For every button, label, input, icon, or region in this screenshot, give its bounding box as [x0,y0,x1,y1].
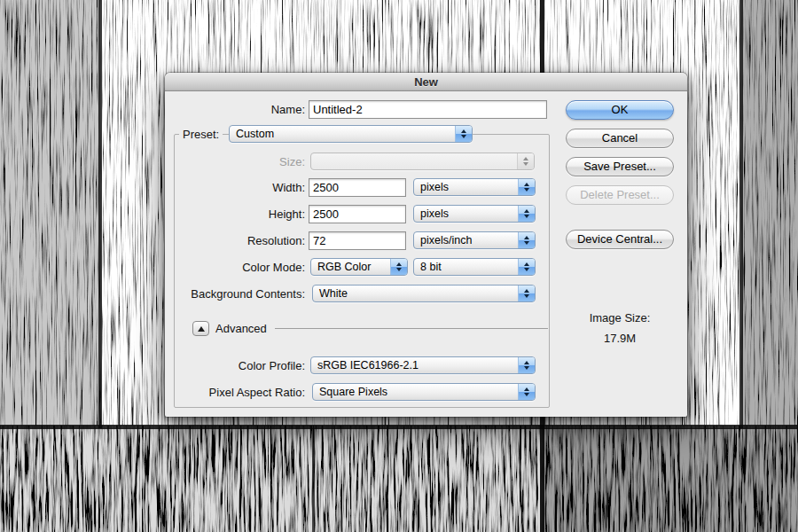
name-input[interactable] [309,100,547,119]
ok-button[interactable]: OK [566,100,674,120]
stepper-icon [518,384,535,400]
stepper-icon [518,179,535,195]
color-profile-label: Color Profile: [177,356,305,375]
bit-depth-value: 8 bit [414,259,518,275]
size-dropdown [310,153,535,170]
dialog-titlebar[interactable]: New [165,73,687,91]
width-input[interactable] [309,178,406,197]
advanced-divider [275,328,548,329]
stepper-icon [517,153,534,169]
desktop: New Name: Preset: Custom Size: Width: pi… [0,0,798,532]
stepper-icon [390,259,407,275]
color-mode-value: RGB Color [311,259,390,275]
color-profile-dropdown[interactable]: sRGB IEC61966-2.1 [310,356,536,374]
triangle-up-icon [198,326,205,332]
stepper-icon [518,286,535,301]
name-label: Name: [177,100,305,119]
pixel-aspect-ratio-dropdown[interactable]: Square Pixels [312,383,536,401]
delete-preset-button: Delete Preset... [566,185,674,205]
color-profile-value: sRGB IEC61966-2.1 [311,357,518,373]
height-input[interactable] [309,205,406,223]
width-unit-value: pixels [414,179,518,195]
stepper-icon [518,259,535,275]
bit-depth-dropdown[interactable]: 8 bit [413,258,536,276]
size-value [311,153,517,169]
resolution-input[interactable] [309,231,406,250]
background-contents-dropdown[interactable]: White [312,285,536,302]
dialog-title: New [414,75,438,89]
save-preset-button[interactable]: Save Preset... [566,157,674,176]
color-mode-dropdown[interactable]: RGB Color [310,258,408,276]
background-contents-label: Background Contents: [177,285,305,303]
preset-dropdown[interactable]: Custom [229,125,473,143]
height-unit-dropdown[interactable]: pixels [413,205,536,223]
resolution-unit-value: pixels/inch [414,232,518,248]
size-label: Size: [177,153,305,171]
stepper-icon [518,357,535,373]
preset-value: Custom [230,126,455,142]
image-size-label: Image Size: [566,311,674,325]
height-label: Height: [177,205,305,223]
advanced-disclosure-button[interactable] [192,321,209,336]
cancel-button[interactable]: Cancel [566,129,674,148]
new-document-dialog: New Name: Preset: Custom Size: Width: pi… [165,73,687,417]
pixel-aspect-ratio-label: Pixel Aspect Ratio: [177,383,305,402]
height-unit-value: pixels [414,206,518,222]
width-label: Width: [177,178,305,197]
resolution-unit-dropdown[interactable]: pixels/inch [413,231,536,249]
advanced-label: Advanced [215,321,267,336]
width-unit-dropdown[interactable]: pixels [413,178,536,196]
background-contents-value: White [313,286,518,301]
device-central-button[interactable]: Device Central... [566,230,674,249]
preset-label: Preset: [179,125,223,144]
stepper-icon [518,206,535,222]
color-mode-label: Color Mode: [177,258,305,277]
pixel-aspect-ratio-value: Square Pixels [313,384,518,400]
stepper-icon [455,126,472,142]
stepper-icon [518,232,535,248]
image-size-value: 17.9M [566,332,674,345]
resolution-label: Resolution: [177,231,305,250]
